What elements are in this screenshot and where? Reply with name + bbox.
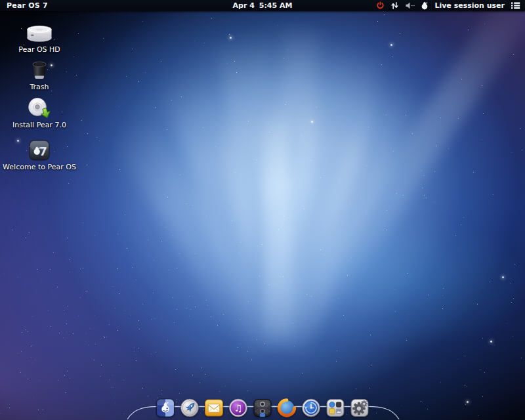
desktop-icon-install-pear[interactable]: Install Pear 7.0 xyxy=(0,97,79,129)
dock-item-file-manager[interactable] xyxy=(156,398,176,418)
dock-item-music[interactable]: ♫ xyxy=(228,398,249,418)
desktop-icon-label: Welcome to Pear OS xyxy=(3,163,76,171)
file-manager-icon xyxy=(156,398,176,418)
clock-menu[interactable]: Apr 45:45 AM xyxy=(233,1,293,10)
launchpad-rocket-icon xyxy=(180,398,200,418)
desktop-icon-pear-os-hd[interactable]: Pear OS HD xyxy=(0,22,79,54)
dock-item-mail[interactable] xyxy=(204,398,224,418)
pear-menu-icon[interactable] xyxy=(421,1,429,10)
desktop-icon-welcome[interactable]: 7 Welcome to Pear OS xyxy=(0,139,79,171)
welcome-pear7-icon: 7 xyxy=(28,139,51,161)
dock-item-system-settings[interactable] xyxy=(350,398,370,418)
mail-icon xyxy=(204,398,224,418)
session-menu-icon[interactable] xyxy=(511,1,520,10)
time-machine-backup-icon xyxy=(301,398,322,418)
dock-item-launchpad[interactable] xyxy=(180,398,200,418)
desktop-icon-label: Pear OS HD xyxy=(18,45,60,54)
system-menu-label: Pear OS 7 xyxy=(7,1,48,10)
firefox-browser-icon xyxy=(277,398,297,418)
desktop-icon-label: Trash xyxy=(30,83,49,91)
app-grid-icon xyxy=(326,398,346,418)
dock-item-app-store[interactable] xyxy=(326,398,346,418)
dock: ♫ xyxy=(156,398,370,418)
wallpaper xyxy=(0,0,525,420)
system-settings-gear-icon xyxy=(350,398,370,418)
desktop: Pear OS 7 Apr 45:45 AM Live session user xyxy=(0,0,525,420)
system-tray: Live session user xyxy=(376,1,525,10)
system-menu[interactable]: Pear OS 7 xyxy=(0,1,54,10)
menubar: Pear OS 7 Apr 45:45 AM Live session user xyxy=(0,0,525,11)
desktop-icon-label: Install Pear 7.0 xyxy=(12,121,66,129)
power-icon[interactable] xyxy=(376,1,385,10)
svg-text:7: 7 xyxy=(39,145,47,158)
dock-item-time-machine[interactable] xyxy=(301,398,322,418)
hard-drive-icon xyxy=(24,22,54,44)
clock-date: Apr 4 xyxy=(233,1,255,10)
network-updown-icon[interactable] xyxy=(390,1,399,10)
dock-item-firefox[interactable] xyxy=(277,398,297,418)
trash-icon xyxy=(28,59,51,81)
svg-text:♫: ♫ xyxy=(234,403,243,413)
dock-item-videos[interactable] xyxy=(253,398,273,418)
session-user-label[interactable]: Live session user xyxy=(434,1,505,10)
music-player-icon: ♫ xyxy=(228,398,249,418)
vignette xyxy=(0,0,525,420)
desktop-icon-trash[interactable]: Trash xyxy=(0,59,79,91)
video-reels-icon xyxy=(253,398,273,418)
clock-time: 5:45 AM xyxy=(259,1,293,10)
install-disc-icon xyxy=(27,97,52,119)
volume-icon[interactable] xyxy=(405,1,415,10)
